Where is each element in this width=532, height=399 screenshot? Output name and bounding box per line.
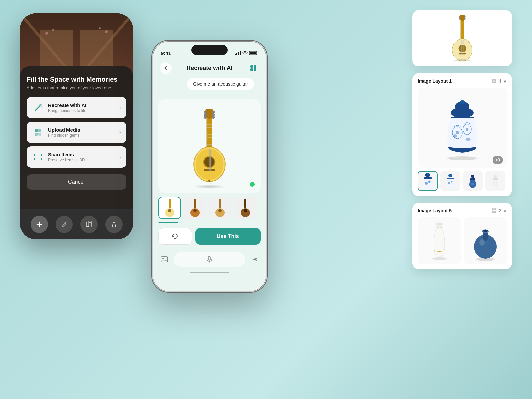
svg-rect-64 [169,199,171,208]
layout1-thumb-3[interactable] [463,171,483,191]
svg-point-112 [425,182,428,185]
recreate-ai-icon [32,102,44,114]
guitar-thumb-1[interactable] [158,197,181,219]
recreate-ai-arrow: › [119,105,121,111]
svg-rect-118 [470,178,475,180]
scan-items-title: Scan Items [48,152,119,157]
image-upload-button[interactable] [158,253,170,265]
status-icons [235,51,258,55]
svg-point-8 [99,27,101,29]
svg-rect-35 [254,68,256,71]
svg-point-40 [204,116,207,119]
nav-map-button[interactable] [80,216,98,233]
svg-point-115 [448,174,452,177]
send-icon [251,256,258,263]
svg-point-38 [204,111,207,113]
wand-icon [33,103,43,112]
recreate-ai-sub: Bring memories to life. [48,108,119,113]
back-button[interactable] [160,62,172,74]
grid-view-button[interactable] [247,62,259,74]
guitar-thumb-3[interactable] [209,197,231,219]
svg-rect-31 [250,52,256,54]
image-layout-5-badge: 2 ∧ [491,208,507,213]
send-button[interactable] [249,253,261,265]
layout1-thumb-1[interactable] [418,171,438,191]
svg-rect-127 [494,211,496,213]
svg-point-86 [464,18,465,19]
scan-items-sub: Preserve items in 3D. [48,158,119,162]
svg-marker-22 [86,222,92,227]
guitar-thumb-2[interactable] [184,197,206,219]
svg-rect-28 [238,52,239,55]
svg-point-12 [40,104,41,105]
left-phone: Fill the Space with Memories Add items t… [20,13,133,239]
use-this-button[interactable]: Use This [195,228,261,245]
svg-point-122 [494,175,497,178]
scan-items-text: Scan Items Preserve items in 3D. [48,152,119,162]
svg-rect-89 [459,53,466,54]
image-layout-1-header: Image Layout 1 4 ∧ [418,78,507,84]
svg-rect-121 [493,178,498,180]
svg-rect-16 [38,129,41,132]
svg-point-128 [436,223,443,225]
guitar-thumb-4[interactable] [234,197,257,219]
guitar-top-card [412,10,512,66]
image-layout-1-thumbs [418,171,507,191]
svg-rect-96 [494,79,496,81]
svg-rect-98 [494,81,496,83]
layout1-thumb-2[interactable] [440,171,460,191]
nav-edit-button[interactable] [56,216,73,233]
image-layout-5-count: 2 [499,208,501,213]
svg-point-105 [456,131,459,134]
recreate-ai-text: Recreate with AI Bring memories to life. [48,102,119,113]
nav-add-button[interactable] [31,216,48,233]
mid-header: Recreate with AI [153,60,266,78]
scan-items-item[interactable]: Scan Items Preserve items in 3D. › [27,146,126,168]
svg-point-134 [479,239,485,246]
progress-indicator [158,222,178,223]
white-vase-image [428,221,451,261]
modal-title: Fill the Space with Memories [27,76,126,83]
svg-point-72 [218,209,222,212]
svg-rect-114 [447,178,454,179]
svg-point-54 [204,157,214,167]
svg-point-85 [464,16,465,17]
mid-header-title: Recreate with AI [172,65,247,72]
image-layout-1-count: 4 [499,78,501,84]
svg-rect-17 [35,133,38,136]
svg-point-83 [459,16,460,17]
svg-point-11 [40,105,41,106]
signal-icon [235,51,241,55]
vase-thumb-2-icon [443,172,458,190]
cancel-button[interactable]: Cancel [27,174,126,190]
reset-button[interactable] [158,228,192,245]
guitar-thumb-icon-1 [161,198,178,217]
reset-icon [171,233,179,240]
mic-icon [206,256,213,263]
wifi-icon [242,51,248,55]
svg-point-116 [448,182,450,184]
svg-point-69 [193,209,197,212]
upload-media-item[interactable]: Upload Media Find hidden gems. › [27,122,126,143]
svg-rect-126 [492,211,494,213]
phone-notch [191,45,228,55]
svg-rect-29 [240,51,241,55]
svg-rect-125 [494,208,496,210]
bottom-nav [20,209,133,239]
chat-area: Give me an acoustic guitar [153,78,266,99]
svg-point-77 [162,258,164,259]
scan-items-arrow: › [119,154,121,160]
upload-media-icon [32,126,44,138]
recreate-ai-item[interactable]: Recreate with AI Bring memories to life.… [27,97,126,118]
nav-delete-button[interactable] [105,216,123,233]
mid-phone: 9:41 Recreate with AI [151,40,268,293]
svg-point-133 [483,230,488,232]
image-layout-5-card: Image Layout 5 2 ∧ [412,203,512,269]
vase-thumb-1-icon [420,172,435,190]
svg-point-66 [168,209,171,212]
text-input-area[interactable] [174,252,245,267]
svg-rect-67 [194,199,196,208]
layout1-thumb-4[interactable] [485,171,505,191]
svg-point-39 [204,113,207,116]
svg-point-6 [52,29,54,31]
